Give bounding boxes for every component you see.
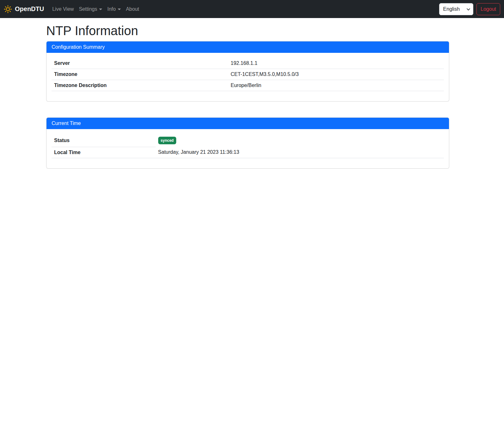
row-label-server: Server xyxy=(52,58,228,69)
navbar-right-group: English Logout xyxy=(439,3,500,15)
row-value-status: synced xyxy=(156,134,444,147)
row-label-timezone-description: Timezone Description xyxy=(52,80,228,91)
row-value-local-time: Saturday, January 21 2023 11:36:13 xyxy=(156,147,444,158)
brand-label: OpenDTU xyxy=(15,5,44,13)
row-label-local-time: Local Time xyxy=(52,147,156,158)
nav-links: Live View Settings Info About xyxy=(50,4,142,15)
configuration-summary-body: Server 192.168.1.1 Timezone CET-1CEST,M3… xyxy=(47,53,449,101)
language-select-value: English xyxy=(443,6,460,12)
table-row: Timezone Description Europe/Berlin xyxy=(52,80,444,91)
configuration-summary-card: Configuration Summary Server 192.168.1.1… xyxy=(46,41,449,102)
row-value-timezone-description: Europe/Berlin xyxy=(228,80,444,91)
row-value-server: 192.168.1.1 xyxy=(228,58,444,69)
nav-item-about[interactable]: About xyxy=(123,4,142,15)
status-badge: synced xyxy=(158,137,176,144)
configuration-summary-header: Configuration Summary xyxy=(47,41,449,53)
chevron-down-icon xyxy=(118,9,121,10)
row-label-timezone: Timezone xyxy=(52,69,228,80)
table-row: Timezone CET-1CEST,M3.5.0,M10.5.0/3 xyxy=(52,69,444,80)
table-row: Server 192.168.1.1 xyxy=(52,58,444,69)
current-time-body: Status synced Local Time Saturday, Janua… xyxy=(47,129,449,168)
top-navbar: OpenDTU Live View Settings Info About En… xyxy=(0,0,504,18)
configuration-summary-table: Server 192.168.1.1 Timezone CET-1CEST,M3… xyxy=(52,58,444,91)
language-select[interactable]: English xyxy=(439,3,473,15)
nav-item-info-dropdown[interactable]: Info xyxy=(105,4,123,15)
chevron-down-icon xyxy=(467,7,470,10)
current-time-table: Status synced Local Time Saturday, Janua… xyxy=(52,134,444,158)
page-title: NTP Information xyxy=(46,24,449,38)
chevron-down-icon xyxy=(99,9,102,10)
table-row: Status synced xyxy=(52,134,444,147)
nav-item-info-label: Info xyxy=(107,6,116,12)
main-content: NTP Information Configuration Summary Se… xyxy=(46,24,449,169)
nav-item-about-label: About xyxy=(126,6,139,12)
sun-icon xyxy=(4,5,12,13)
nav-item-settings-label: Settings xyxy=(79,6,97,12)
current-time-header: Current Time xyxy=(47,118,449,129)
row-value-timezone: CET-1CEST,M3.5.0,M10.5.0/3 xyxy=(228,69,444,80)
nav-item-live-view[interactable]: Live View xyxy=(50,4,76,15)
nav-item-settings-dropdown[interactable]: Settings xyxy=(76,4,105,15)
logout-button[interactable]: Logout xyxy=(476,3,500,15)
brand-link[interactable]: OpenDTU xyxy=(4,5,44,13)
row-label-status: Status xyxy=(52,134,156,147)
table-row: Local Time Saturday, January 21 2023 11:… xyxy=(52,147,444,158)
current-time-card: Current Time Status synced Local Time Sa… xyxy=(46,117,449,169)
nav-item-live-view-label: Live View xyxy=(52,6,74,12)
